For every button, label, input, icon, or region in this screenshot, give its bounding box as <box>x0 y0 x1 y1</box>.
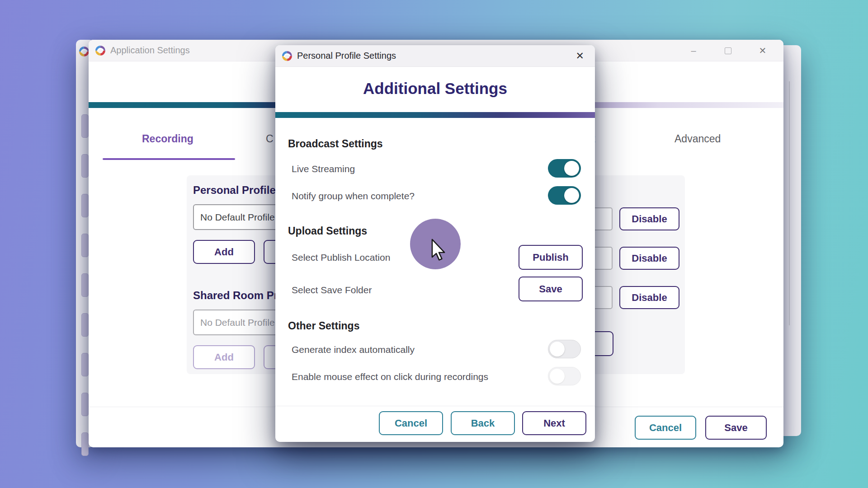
close-button[interactable]: ✕ <box>758 45 768 56</box>
personal-profile-add-button[interactable]: Add <box>193 240 255 264</box>
app-cancel-button[interactable]: Cancel <box>635 416 696 440</box>
minimize-button[interactable]: – <box>689 46 698 56</box>
app-logo-icon <box>282 51 292 61</box>
toggle-knob <box>564 161 579 176</box>
select-save-folder-label: Select Save Folder <box>292 285 372 296</box>
app-logo-icon <box>95 45 106 56</box>
select-publish-location-label: Select Publish Location <box>292 252 390 263</box>
personal-profile-heading: Personal Profile <box>193 184 276 197</box>
live-streaming-toggle[interactable] <box>548 159 581 178</box>
generate-index-toggle[interactable] <box>548 340 581 358</box>
other-settings-heading: Other Settings <box>288 320 359 332</box>
dialog-footer-divider <box>275 406 595 406</box>
toggle-knob <box>550 369 565 384</box>
window-title: Application Settings <box>110 45 190 56</box>
partial-list-item <box>81 432 89 456</box>
disable-button-1[interactable]: Disable <box>619 207 679 230</box>
notify-group-toggle[interactable] <box>548 186 581 205</box>
save-folder-button[interactable]: Save <box>519 277 583 301</box>
upload-settings-heading: Upload Settings <box>288 225 367 237</box>
dialog-next-button[interactable]: Next <box>522 411 586 435</box>
partial-list-item <box>81 114 89 138</box>
scrollbar[interactable] <box>789 81 790 325</box>
disable-button-3[interactable]: Disable <box>619 286 679 309</box>
dialog-titlebar: Personal Profile Settings ✕ <box>275 45 595 67</box>
mouse-effect-toggle[interactable] <box>548 367 581 385</box>
live-streaming-label: Live Streaming <box>292 164 355 174</box>
toggle-knob <box>564 188 579 203</box>
generate-index-label: Generate index automatically <box>292 344 415 355</box>
publish-button[interactable]: Publish <box>519 245 583 270</box>
dialog-back-button[interactable]: Back <box>451 411 515 435</box>
partial-list-item <box>81 194 89 217</box>
tab-advanced[interactable]: Advanced <box>675 133 721 145</box>
dialog-cancel-button[interactable]: Cancel <box>379 411 443 435</box>
dialog-heading: Additional Settings <box>275 80 595 98</box>
accent-gradient-bar <box>275 112 595 118</box>
partial-list-item <box>81 393 89 416</box>
disable-button-2[interactable]: Disable <box>619 247 679 270</box>
toggle-knob <box>550 342 565 357</box>
personal-profile-dropdown-value: No Default Profile <box>200 212 275 223</box>
partial-list-item <box>81 234 89 257</box>
dialog-close-button[interactable]: ✕ <box>576 45 584 67</box>
partial-list-item <box>81 313 89 337</box>
broadcast-settings-heading: Broadcast Settings <box>288 138 383 150</box>
mouse-effect-label: Enable mouse effect on click during reco… <box>292 371 488 382</box>
shared-room-profile-dropdown-value: No Default Profile <box>200 317 275 328</box>
mouse-cursor <box>431 239 446 261</box>
dialog-title: Personal Profile Settings <box>297 51 396 61</box>
app-save-button[interactable]: Save <box>705 416 767 440</box>
partial-list-item <box>81 353 89 376</box>
app-logo-icon <box>79 46 90 57</box>
tab-recording[interactable]: Recording <box>142 133 193 145</box>
partial-list-item <box>81 154 89 178</box>
partial-list-item <box>81 273 89 297</box>
notify-group-label: Notify group when complete? <box>292 191 415 202</box>
shared-room-profile-add-button[interactable]: Add <box>193 345 255 369</box>
maximize-button[interactable] <box>725 47 731 54</box>
tab-partial-c[interactable]: C <box>266 133 274 145</box>
tab-recording-underline <box>103 158 235 160</box>
